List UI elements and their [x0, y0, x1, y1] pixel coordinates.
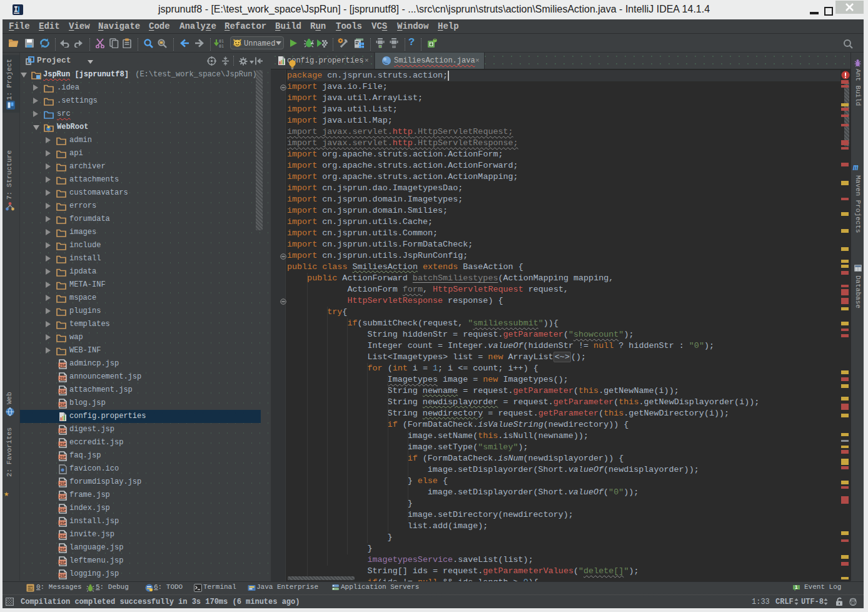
svg-text:JSP: JSP — [59, 494, 66, 498]
svg-text:JSP: JSP — [59, 362, 66, 367]
svg-text:1: 1 — [795, 584, 798, 590]
svg-text:JSP: JSP — [59, 481, 66, 485]
svg-text:JSP: JSP — [59, 428, 66, 432]
svg-text:01: 01 — [219, 39, 224, 44]
svg-text:JSP: JSP — [59, 520, 66, 524]
svg-text:JSP: JSP — [59, 573, 66, 577]
svg-text:01: 01 — [219, 44, 224, 48]
svg-text:JSP: JSP — [59, 546, 66, 551]
svg-text:JSP: JSP — [59, 454, 66, 459]
svg-text:JSP: JSP — [59, 507, 66, 511]
svg-text:JSP: JSP — [59, 375, 66, 380]
svg-text:JSP: JSP — [59, 559, 66, 564]
svg-text:JSP: JSP — [59, 441, 66, 446]
svg-text:JSP: JSP — [59, 402, 66, 406]
svg-text:JSP: JSP — [59, 389, 66, 393]
svg-text:JSP: JSP — [59, 533, 66, 538]
